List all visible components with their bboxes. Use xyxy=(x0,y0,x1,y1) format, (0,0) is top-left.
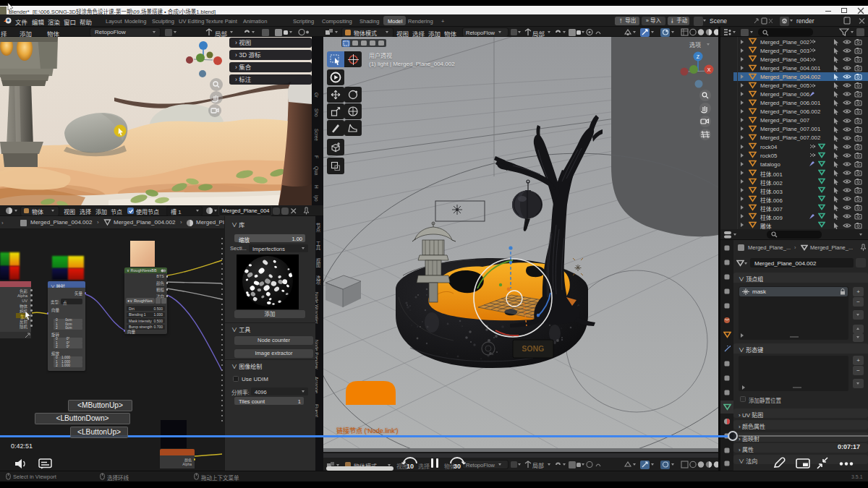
svg-text:30: 30 xyxy=(454,463,461,470)
svg-text:› 3D 游标: › 3D 游标 xyxy=(235,51,261,59)
svg-text:Z: Z xyxy=(697,54,700,59)
svg-text:› 视图: › 视图 xyxy=(235,39,251,46)
svg-text:10: 10 xyxy=(407,463,414,470)
svg-text:› 标注: › 标注 xyxy=(235,76,252,83)
svg-text:X: X xyxy=(707,67,711,72)
svg-text:› 集合: › 集合 xyxy=(235,64,252,71)
svg-text:SONG: SONG xyxy=(522,344,545,353)
